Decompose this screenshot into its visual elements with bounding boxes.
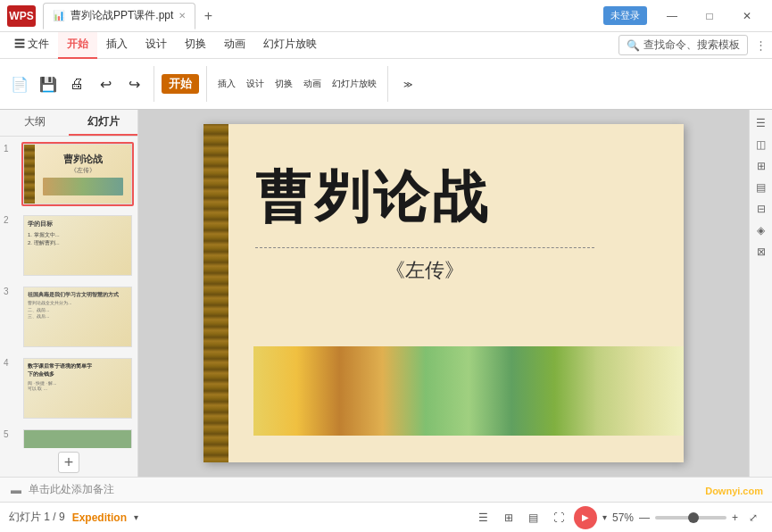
slide-thumb-2[interactable]: 2 学的目标 1. 掌握文中... 2. 理解曹刿... [4,213,134,278]
slide-canvas-area[interactable]: 曹刿论战 《左传》 [138,110,749,477]
add-slide-button[interactable]: + [58,452,79,473]
design-label: 设计 [246,78,264,90]
title-bar: WPS 📊 曹刿论战PPT课件.ppt ✕ + 未登录 — □ ✕ [0,0,772,32]
watermark: Downyi.com [705,486,763,496]
tab-home[interactable]: 开始 [58,32,97,59]
slideshow-tab-btn[interactable]: 幻灯片放映 [328,62,380,106]
login-button[interactable]: 未登录 [603,6,647,25]
save-button[interactable]: 💾 [36,62,61,106]
ribbon: ☰ 文件 开始 插入 设计 切换 动画 幻灯片放映 🔍 查找命令、搜索模板 ⋮ … [0,32,772,110]
slide-canvas: 曹刿论战 《左传》 [203,124,684,462]
slide-thumb-5[interactable]: 5 课文整体分析 [4,428,134,448]
search-label: 查找命令、搜索模板 [643,37,740,53]
slide5-bg: 课文整体分析 [24,430,131,448]
tab-slideshow[interactable]: 幻灯片放映 [254,32,326,59]
slides-tab[interactable]: 幻灯片 [69,110,137,136]
right-tool-4[interactable]: ▤ [751,178,771,197]
tab-filename: 曹刿论战PPT课件.ppt [71,8,173,23]
tab-file[interactable]: ☰ 文件 [5,32,58,59]
play-menu-icon[interactable]: ▾ [602,512,607,522]
print-button[interactable]: 🖨 [64,62,89,106]
view-grid-button[interactable]: ⊞ [499,508,519,528]
undo-button[interactable]: ↩ [93,62,118,106]
fit-window-button[interactable]: ⤢ [743,508,763,528]
slide-divider [255,247,594,248]
minimize-button[interactable]: — [654,3,690,29]
outline-tab[interactable]: 大纲 [0,110,69,136]
close-button[interactable]: ✕ [729,3,765,29]
slide-panel: 大纲 幻灯片 1 曹刿论战 《左传》 [0,110,138,477]
slide-image [253,346,684,436]
new-button[interactable]: 📄 [7,62,32,106]
tab-close-icon[interactable]: ✕ [178,11,186,21]
zoom-level: 57% [612,511,634,524]
right-tool-1[interactable]: ☰ [751,113,771,133]
right-tool-3[interactable]: ⊞ [751,156,771,176]
slide-thumb-4[interactable]: 4 数字课后常于语境的简单字下的金钱多 阅 · 快捷 · 解... 可以 取 .… [4,356,134,420]
zoom-increase-icon[interactable]: + [732,511,738,524]
note-placeholder[interactable]: 单击此处添加备注 [29,482,114,497]
slide-title[interactable]: 曹刿论战 [255,160,657,235]
ppt-icon: 📊 [53,10,65,21]
zoom-thumb[interactable] [688,512,699,523]
sep-1 [154,66,154,102]
new-icon: 📄 [11,76,29,93]
view-reader-button[interactable]: ▤ [524,508,544,528]
slide-border-decoration [203,124,228,462]
right-tool-6[interactable]: ◈ [751,220,771,240]
maximize-button[interactable]: □ [692,3,727,29]
ribbon-tab-bar: ☰ 文件 开始 插入 设计 切换 动画 幻灯片放映 🔍 查找命令、搜索模板 ⋮ [0,32,772,59]
slide-thumb-1[interactable]: 1 曹刿论战 《左传》 [4,142,134,206]
theme-menu-icon: ▾ [134,512,138,522]
undo-icon: ↩ [100,76,112,93]
slide-num-3: 3 [4,287,16,296]
slide-thumb-3[interactable]: 3 祖国典藉是我们学习古文明智慧的方式 曹刿论战全文共分为... 二、战前...… [4,285,134,349]
play-button[interactable]: ▶ [574,506,597,529]
slide-subtitle[interactable]: 《左传》 [255,257,594,284]
animation-label: 动画 [303,78,321,90]
slide-preview-2[interactable]: 学的目标 1. 掌握文中... 2. 理解曹刿... [21,213,134,278]
slide1-title-preview: 曹刿论战 [63,153,103,166]
right-tool-2[interactable]: ◫ [751,135,771,154]
slide-preview-3[interactable]: 祖国典藉是我们学习古文明智慧的方式 曹刿论战全文共分为... 二、战前... 三… [21,285,134,349]
right-tool-5[interactable]: ⊟ [751,199,771,219]
redo-button[interactable]: ↪ [121,62,146,106]
animation-tab-btn[interactable]: 动画 [300,62,325,106]
view-fullscreen-button[interactable]: ⛶ [549,508,569,528]
slide-preview-5[interactable]: 课文整体分析 [21,428,134,448]
file-tab[interactable]: 📊 曹刿论战PPT课件.ppt ✕ [43,3,195,29]
status-right: ☰ ⊞ ▤ ⛶ ▶ ▾ 57% — + ⤢ [474,506,763,529]
slide-num-5: 5 [4,429,16,439]
status-left: 幻灯片 1 / 9 Expedition ▾ [9,510,138,525]
slide-preview-1[interactable]: 曹刿论战 《左传》 [21,142,134,206]
note-icon: ▬ [11,484,21,496]
design-tab-btn[interactable]: 设计 [243,62,268,106]
right-tool-7[interactable]: ⊠ [751,242,771,262]
slide-artwork [253,346,684,436]
slide-preview-4[interactable]: 数字课后常于语境的简单字下的金钱多 阅 · 快捷 · 解... 可以 取 ... [21,356,134,420]
slide-list: 1 曹刿论战 《左传》 [0,137,137,448]
slide-info: 幻灯片 1 / 9 [9,510,65,525]
expand-ribbon-button[interactable]: ≫ [395,62,420,106]
tab-insert[interactable]: 插入 [97,32,137,59]
new-tab-button[interactable]: + [197,5,219,27]
more-options-icon[interactable]: ⋮ [755,38,767,52]
note-bar[interactable]: ▬ 单击此处添加备注 [0,477,772,502]
home-tab-active[interactable]: 开始 [162,74,199,94]
tab-animation[interactable]: 动画 [215,32,254,59]
slideshow-label: 幻灯片放映 [332,78,377,90]
slide1-img-preview [43,178,123,195]
transition-tab-btn[interactable]: 切换 [271,62,296,106]
tab-transition[interactable]: 切换 [176,32,215,59]
window-controls: — □ ✕ [654,3,765,29]
ribbon-search[interactable]: 🔍 查找命令、搜索模板 [618,35,748,55]
insert-tab-btn[interactable]: 插入 [214,62,239,106]
wps-logo: WPS [7,5,36,27]
transition-label: 切换 [275,78,293,90]
insert-label: 插入 [218,78,236,90]
view-normal-button[interactable]: ☰ [474,508,494,528]
zoom-slider[interactable] [655,516,726,520]
slide-num-2: 2 [4,215,16,225]
zoom-decrease-icon[interactable]: — [639,511,650,524]
tab-design[interactable]: 设计 [137,32,176,59]
